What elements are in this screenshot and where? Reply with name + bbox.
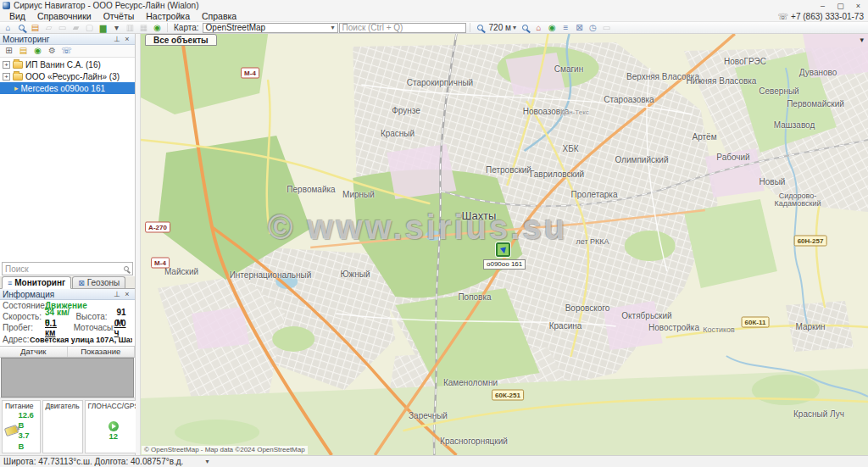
satellite-count: 12: [109, 431, 119, 441]
road-shield: А-270: [145, 222, 170, 233]
map-label: Октябрьский: [621, 312, 671, 321]
extra-icon[interactable]: ▭: [600, 22, 613, 33]
globe-icon[interactable]: ◉: [151, 22, 164, 33]
watermark: © www.sirius.su: [268, 208, 567, 247]
settings-icon[interactable]: ⚙: [46, 46, 58, 57]
center-map-icon[interactable]: ⌂: [532, 22, 545, 33]
icon-glyph: [19, 25, 25, 31]
map-label: Красный: [381, 130, 415, 139]
map-scale-select[interactable]: 720 м ▾: [487, 23, 518, 32]
road-shield: М-4: [241, 68, 259, 79]
reports-icon[interactable]: ▤: [29, 22, 42, 33]
icon-glyph: ⌂: [536, 24, 541, 32]
icon-glyph: ▤: [19, 47, 27, 55]
history-icon[interactable]: ◷: [587, 22, 599, 33]
close-icon[interactable]: ×: [122, 290, 132, 298]
track-icon[interactable]: ▱: [42, 22, 55, 33]
maximize-button[interactable]: ▢: [833, 1, 848, 10]
tab-icon: ⊠: [78, 279, 85, 287]
icon-glyph: ▱: [46, 24, 53, 32]
monitor-icon[interactable]: ▥: [124, 22, 136, 33]
route-icon[interactable]: ▢: [83, 22, 96, 33]
pin-icon[interactable]: ⊥: [112, 290, 122, 298]
tree-group[interactable]: + ▸ ООО «Ресурс-Лайн» (3): [0, 70, 135, 82]
tree-group[interactable]: + ▸ ИП Ванин С.А. (16): [0, 58, 135, 70]
value-col-header[interactable]: Показание: [68, 347, 136, 357]
expand-all-icon[interactable]: ⊞: [3, 46, 15, 57]
map-label: Красный Луч: [793, 410, 844, 420]
chevron-down-icon: ▾: [513, 24, 516, 31]
zoom-out-icon[interactable]: [474, 22, 487, 33]
gnss-panel: ГЛОНАСС/GPS 12: [85, 400, 143, 453]
map-label: лет РККА: [576, 238, 609, 246]
tree-unit[interactable]: + ▸ Mercedes o090oo 161: [0, 82, 135, 94]
map-label: Машзавод: [774, 121, 815, 131]
vehicle-marker[interactable]: ▼: [496, 242, 510, 257]
show-on-map-icon[interactable]: ◉: [31, 46, 44, 57]
map-label: Дуваново: [799, 69, 837, 78]
map-label: Фрунзе: [392, 107, 420, 116]
monitoring-panel: Мониторинг ⊥ × ⊞▤◉⚙☏ + ▸ ИП Ванин С.А. (…: [0, 34, 136, 455]
coordinates-text: Широта: 47.73113°с.ш. Долгота: 40.08757°…: [3, 457, 183, 466]
map-label: Майский: [164, 268, 198, 277]
search-icon[interactable]: [15, 22, 28, 33]
icon-glyph: ⌂: [5, 24, 10, 32]
main-area: Мониторинг ⊥ × ⊞▤◉⚙☏ + ▸ ИП Ванин С.А. (…: [0, 34, 868, 455]
expand-icon[interactable]: +: [3, 61, 10, 69]
main-toolbar: ⌂▤▱▭▰▢▆▾▥▦◉ Карта: OpenStreetMap ▾ 720 м…: [0, 22, 868, 34]
messages-icon[interactable]: ▭: [56, 22, 69, 33]
close-button[interactable]: ×: [851, 1, 865, 10]
catalog-icon[interactable]: ▤: [17, 46, 30, 57]
map-label: Маркин: [795, 323, 825, 332]
map-label: Смагин: [554, 65, 583, 75]
folder-icon: [13, 73, 23, 81]
vehicle-icon[interactable]: ▆: [97, 22, 109, 33]
map-canvas[interactable]: Все объекты ▾ СтарокирпичныйФрунзеКрасны…: [141, 34, 868, 455]
map-provider-select[interactable]: OpenStreetMap ▾: [203, 23, 338, 33]
map-label: ХБК: [562, 145, 578, 154]
status-bar: Широта: 47.73113°с.ш. Долгота: 40.08757°…: [0, 455, 868, 467]
zoom-in-icon[interactable]: [519, 22, 531, 33]
map-label: Олимпийский: [615, 156, 668, 165]
map-tab-all-objects[interactable]: Все объекты: [145, 34, 217, 46]
map-tab-list-icon[interactable]: ▾: [860, 36, 864, 44]
map-label: Артём: [692, 133, 716, 142]
chart-icon[interactable]: ▦: [137, 22, 150, 33]
tab-monitoring[interactable]: ≡ Мониторинг: [2, 276, 71, 289]
menu-item[interactable]: Отчёты: [97, 11, 141, 22]
vehicle-marker-label[interactable]: o090oo 161: [483, 259, 526, 270]
expand-icon[interactable]: +: [3, 73, 10, 81]
geofence-icon[interactable]: ▰: [70, 22, 82, 33]
home-icon[interactable]: ⌂: [2, 22, 14, 33]
pin-icon[interactable]: ⊥: [112, 35, 122, 43]
map-label: Новый: [760, 178, 786, 187]
sensor-col-header[interactable]: Датчик: [0, 347, 68, 357]
satellite-icon: [108, 421, 119, 431]
menu-item[interactable]: Справочники: [31, 11, 97, 22]
traffic-icon[interactable]: ◉: [546, 22, 559, 33]
global-search-input[interactable]: [339, 23, 466, 33]
menu-item[interactable]: Вид: [3, 11, 31, 22]
selection-icon[interactable]: ⊠: [573, 22, 586, 33]
close-icon[interactable]: ×: [122, 35, 132, 43]
map-label: Красногорняцкий: [440, 437, 508, 447]
tab-geofences[interactable]: ⊠ Геозоны: [72, 276, 125, 288]
status-panels: Питание 12.6 В 3.7 В Двигатель ГЛОНАСС/G…: [0, 398, 135, 455]
vehicle-arrow-icon: ▸: [14, 84, 19, 92]
title-bar: Сириус Навигатор - ООО Ресурс-Лайн (Wial…: [0, 0, 868, 11]
map-label: Красина: [549, 322, 582, 331]
minimize-button[interactable]: –: [815, 1, 830, 10]
follow-icon[interactable]: ☏: [60, 46, 73, 57]
legend-icon[interactable]: ≡: [559, 22, 572, 33]
menu-item[interactable]: Справка: [196, 11, 242, 22]
map-label: Новостройка: [648, 324, 699, 333]
search-icon[interactable]: [120, 266, 132, 271]
vehicle-caret-icon[interactable]: ▾: [110, 22, 123, 33]
sensor-table-header: Датчик Показание: [0, 346, 135, 358]
tree-search-input[interactable]: [3, 264, 120, 274]
chevron-down-icon[interactable]: ▾: [205, 458, 209, 465]
icon-glyph: ▥: [126, 24, 134, 32]
vehicle-heading-icon: ▼: [497, 243, 509, 255]
map-label: Интернациональный: [230, 271, 312, 281]
menu-item[interactable]: Настройка: [140, 11, 196, 22]
